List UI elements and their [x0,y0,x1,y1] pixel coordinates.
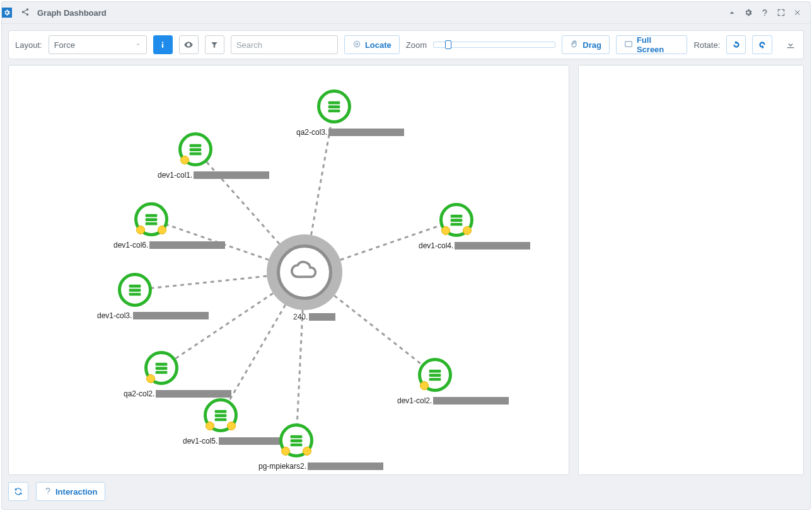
graph-node-label: qa2-col2. [124,387,231,398]
zoom-thumb[interactable] [445,40,451,49]
svg-rect-23 [146,214,158,217]
graph-node-label: dev1-col5. [183,434,294,445]
svg-rect-43 [429,378,441,381]
fullscreen-button[interactable]: Full Screen [616,35,687,54]
svg-rect-22 [190,152,202,156]
graph-node[interactable] [279,423,313,457]
badge-icon [136,226,145,234]
svg-point-1 [26,8,29,10]
toolbar: Layout: Force Locate Zoom Drag Full [8,30,804,59]
help-button[interactable] [758,6,771,19]
server-icon [439,203,473,237]
layout-select[interactable]: Force [49,35,147,54]
rotate-ccw-button[interactable] [726,35,746,54]
zoom-label: Zoom [406,40,427,50]
visibility-toggle[interactable] [179,35,199,54]
svg-rect-36 [215,414,227,417]
svg-rect-26 [451,215,463,218]
panel-title: Graph Dashboard [37,8,107,18]
graph-node-label: dev1-col6. [113,238,225,250]
badge-icon [158,226,166,234]
server-icon [279,423,313,457]
graph-node[interactable] [134,202,168,236]
badge-icon [227,422,236,430]
graph-node[interactable] [439,203,473,237]
svg-rect-17 [328,101,340,105]
svg-rect-34 [156,371,168,374]
target-icon [352,40,361,50]
graph-node[interactable] [204,398,238,432]
graph-node[interactable] [317,89,351,123]
refresh-button[interactable] [8,482,28,501]
svg-rect-33 [156,367,168,370]
center-node[interactable] [267,234,342,310]
graph-node[interactable] [144,351,178,385]
svg-rect-19 [328,110,340,113]
download-button[interactable] [785,38,797,51]
svg-rect-28 [451,223,463,226]
graph-node[interactable] [178,132,212,166]
svg-rect-30 [129,289,141,292]
svg-rect-25 [146,222,158,226]
zoom-slider[interactable] [433,42,555,48]
graph-node-label: dev1-col2. [397,394,509,405]
svg-rect-4 [162,44,163,48]
svg-rect-7 [625,41,632,46]
interaction-button[interactable]: Interaction [36,482,105,501]
svg-rect-32 [156,363,168,366]
server-icon [317,89,351,123]
drag-button[interactable]: Drag [562,35,610,54]
svg-rect-40 [291,444,303,447]
graph-node-label: dev1-col4. [419,239,530,250]
svg-rect-42 [429,374,441,377]
fullscreen-icon [624,40,633,50]
badge-icon [441,226,450,235]
svg-point-6 [356,43,358,45]
badge-icon [146,374,155,383]
graph-node-label: dev1-col1. [158,168,269,180]
badge-icon [463,226,472,235]
badge-icon [281,447,290,456]
info-toggle[interactable] [153,35,173,54]
server-icon [134,202,168,236]
badge-icon [206,422,214,430]
search-input[interactable] [231,35,338,54]
server-icon [144,351,178,385]
layout-label: Layout: [15,40,42,50]
dashboard-panel: Graph Dashboard Layout: Force Locate Zoo… [1,1,811,510]
rotate-label: Rotate: [693,40,720,50]
server-icon [178,132,212,166]
svg-rect-21 [190,148,202,151]
server-icon [418,358,452,392]
svg-rect-20 [190,144,202,147]
settings-button[interactable] [742,6,755,19]
svg-point-0 [22,11,25,13]
collapse-button[interactable] [726,6,738,19]
svg-rect-24 [146,218,158,221]
graph-node[interactable] [118,273,152,307]
svg-rect-41 [429,370,441,373]
svg-rect-27 [451,219,463,222]
svg-rect-37 [215,418,227,422]
filter-toggle[interactable] [205,35,224,54]
interaction-label: Interaction [55,487,97,497]
svg-rect-31 [129,293,141,296]
share-icon [21,8,30,18]
svg-rect-35 [215,410,227,413]
expand-button[interactable] [775,6,787,19]
graph-node[interactable] [418,358,452,392]
locate-button[interactable]: Locate [344,35,400,54]
details-panel [578,65,804,475]
graph-canvas[interactable]: 240.qa2-col3.dev1-col1.dev1-col6.dev1-co… [8,65,569,475]
graph-node-label: pg-mpiekars2. [258,459,383,471]
svg-rect-39 [291,439,303,442]
close-button[interactable] [791,6,804,19]
chevron-down-icon [135,40,141,50]
center-node-label: 240. [293,313,335,321]
rotate-cw-button[interactable] [752,35,772,54]
layout-select-value: Force [54,40,75,50]
svg-point-5 [354,41,359,47]
svg-point-3 [162,42,163,43]
locate-label: Locate [365,40,392,50]
svg-rect-18 [328,105,340,108]
